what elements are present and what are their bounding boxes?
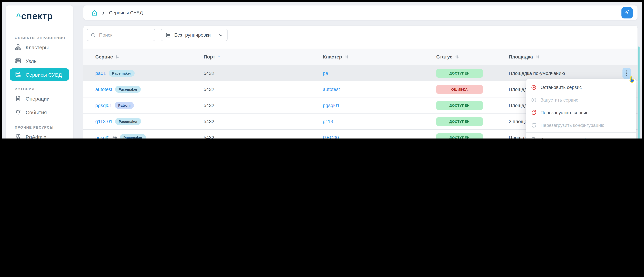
service-link[interactable]: pa01	[95, 71, 106, 76]
chevron-down-icon	[218, 33, 223, 37]
status-cell: ДОСТУПЕН	[436, 69, 509, 78]
status-badge: ОШИБКА	[436, 85, 483, 94]
menu-item-перезапустить-сервис[interactable]: Перезапустить сервис	[526, 106, 636, 119]
cluster-link[interactable]: g113	[323, 119, 333, 124]
cluster-type-badge: Pacemaker	[115, 86, 141, 93]
login-button[interactable]	[622, 7, 633, 18]
sidebar-item-label: PgAdmin	[26, 134, 46, 139]
column-header-сервис[interactable]: Сервис	[95, 54, 204, 60]
menu-item-label: Выполнить pg_repack	[540, 137, 587, 139]
logo-caret-icon: ^	[16, 15, 21, 18]
search-input[interactable]	[98, 32, 151, 38]
screenshot-frame: ^ спектр ОБЪЕКТЫ УПРАВЛЕНИЯ Кластеры Узл…	[0, 0, 644, 139]
status-cell: ОШИБКА	[436, 85, 509, 94]
grouping-value: Без группировки	[174, 32, 210, 38]
service-link[interactable]: g113-01	[95, 119, 112, 124]
globe-icon	[112, 135, 117, 139]
column-header-кластер[interactable]: Кластер	[323, 54, 436, 60]
toolbar: Без группировки	[83, 26, 638, 41]
cluster-link[interactable]: pgsql01	[323, 103, 340, 108]
service-cell: g113-01Pacemaker	[95, 118, 204, 125]
sidebar-item-сервисы-субд[interactable]: Сервисы СУБД	[10, 68, 69, 81]
cluster-cell: pgsql01	[323, 103, 436, 108]
status-badge: ДОСТУПЕН	[436, 69, 483, 78]
search-icon	[90, 32, 96, 38]
site-cell: Площадка по-умолчанию	[509, 71, 622, 76]
port-cell: 5432	[204, 119, 323, 124]
cluster-type-badge: Pacemaker	[120, 134, 146, 139]
sidebar-item-label: Кластеры	[26, 44, 49, 50]
nodes-icon	[15, 58, 22, 64]
column-header-label: Сервис	[95, 54, 113, 60]
cluster-type-badge: Pacemaker	[109, 70, 134, 77]
service-cell: pgsql0Pacemaker	[95, 134, 204, 139]
events-icon	[15, 109, 22, 116]
login-icon	[624, 10, 630, 16]
menu-item-label: Перезагрузить конфигурацию	[540, 123, 604, 128]
sidebar-item-события[interactable]: События	[10, 105, 69, 119]
status-cell: ДОСТУПЕН	[436, 133, 509, 139]
grouping-dropdown[interactable]: Без группировки	[161, 29, 227, 41]
menu-item-label: Остановить сервис	[540, 85, 582, 90]
table-header-row: Сервис Порт Кластер Статус Площадка	[83, 49, 638, 65]
cluster-link[interactable]: autotest	[323, 87, 340, 92]
column-header-площадка[interactable]: Площадка	[509, 54, 622, 60]
sidebar-item-label: Узлы	[26, 58, 38, 64]
sort-icon	[455, 55, 459, 59]
play-circle-icon	[531, 97, 537, 103]
grouping-icon	[165, 32, 171, 38]
service-link[interactable]: autotest	[95, 87, 112, 92]
column-header-порт[interactable]: Порт	[204, 54, 323, 60]
service-link[interactable]: pgsql01	[95, 103, 112, 108]
vertical-scrollbar-thumb[interactable]	[638, 47, 640, 139]
sidebar-item-label: События	[26, 109, 47, 115]
clusters-icon	[15, 44, 22, 51]
breadcrumb: Сервисы СУБД	[83, 6, 638, 20]
row-actions-kebab-button[interactable]	[622, 68, 631, 79]
sidebar-item-pgadmin[interactable]: PgAdmin	[10, 130, 69, 139]
service-cell: pa01Pacemaker	[95, 70, 204, 77]
status-badge: ДОСТУПЕН	[436, 117, 483, 126]
sidebar-nav: ОБЪЕКТЫ УПРАВЛЕНИЯ Кластеры Узлы Сервисы…	[6, 27, 73, 139]
sort-icon	[535, 55, 540, 59]
column-header-label: Статус	[436, 54, 452, 60]
menu-item-остановить-сервис[interactable]: Остановить сервис	[526, 81, 636, 94]
port-cell: 5432	[204, 87, 323, 92]
cluster-type-badge: Patroni	[115, 102, 134, 109]
cluster-cell: GEO00	[323, 135, 436, 139]
cluster-link[interactable]: GEO00	[323, 135, 339, 139]
page-title: Сервисы СУБД	[109, 10, 143, 16]
port-cell: 5432	[204, 103, 323, 108]
sort-active-icon	[218, 55, 222, 59]
home-icon[interactable]	[91, 10, 98, 16]
chevron-right-icon	[101, 11, 106, 15]
column-header-label: Порт	[204, 54, 215, 60]
menu-divider	[526, 132, 636, 133]
menu-item-перезагрузить-конфигурацию: Перезагрузить конфигурацию	[526, 119, 636, 132]
service-link[interactable]: pgsql0	[95, 135, 110, 139]
cluster-link[interactable]: pa	[323, 71, 328, 76]
menu-item-выполнить-pg-repack[interactable]: Выполнить pg_repack	[526, 133, 636, 139]
sort-icon	[115, 55, 120, 59]
column-header-label: Площадка	[509, 54, 533, 60]
status-cell: ДОСТУПЕН	[436, 117, 509, 126]
repack-icon	[531, 137, 537, 139]
sidebar-item-узлы[interactable]: Узлы	[10, 54, 69, 68]
port-cell: 5432	[204, 135, 323, 139]
db-services-icon	[15, 71, 22, 78]
sidebar-item-операции[interactable]: Операции	[10, 92, 69, 105]
menu-item-запустить-сервис: Запустить сервис	[526, 94, 636, 106]
menu-item-label: Перезапустить сервис	[540, 110, 588, 115]
row-context-menu: Остановить сервис Запустить сервис Перез…	[526, 79, 636, 139]
sidebar-section-label: ПРОЧИЕ РЕСУРСЫ	[15, 125, 69, 129]
restart-icon	[531, 110, 537, 116]
sidebar-section-label: ОБЪЕКТЫ УПРАВЛЕНИЯ	[15, 36, 69, 40]
sidebar-item-кластеры[interactable]: Кластеры	[10, 40, 69, 54]
search-box	[87, 29, 155, 41]
sidebar-item-label: Сервисы СУБД	[26, 72, 62, 78]
column-header-статус[interactable]: Статус	[436, 54, 509, 60]
cluster-cell: g113	[323, 119, 436, 124]
app-logo: ^ спектр	[6, 6, 73, 27]
sidebar-item-label: Операции	[26, 96, 50, 101]
sidebar-section-label: ИСТОРИЯ	[15, 87, 69, 91]
